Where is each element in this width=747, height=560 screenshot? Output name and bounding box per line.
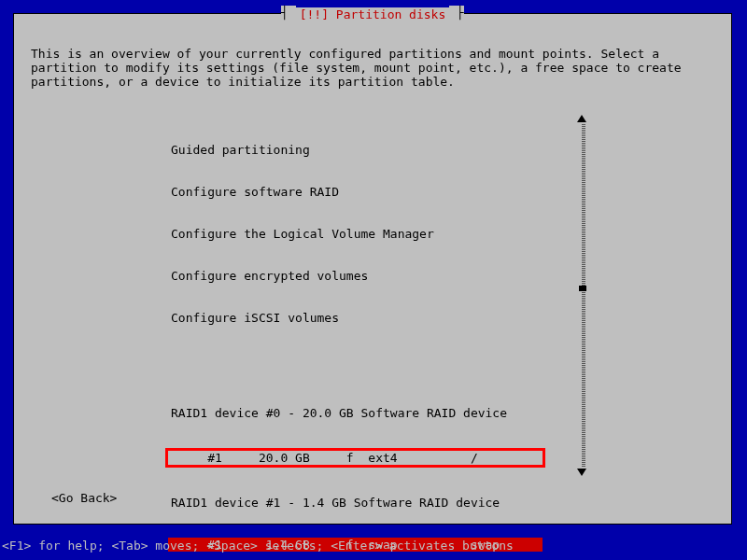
title-dash-right: ├ — [449, 6, 464, 20]
dialog-title: [!!] Partition disks — [296, 7, 450, 21]
scrollbar[interactable] — [578, 115, 585, 476]
menu-lvm[interactable]: Configure the Logical Volume Manager — [171, 227, 572, 241]
menu-encrypted[interactable]: Configure encrypted volumes — [171, 269, 572, 283]
raid0-partition-1-highlighted[interactable]: #1 20.0 GB f ext4 / — [165, 448, 545, 468]
scrollbar-thumb[interactable] — [579, 286, 586, 291]
title-row: ┤ [!!] Partition disks ├ — [14, 6, 731, 20]
partition-list[interactable]: Guided partitioning Configure software R… — [171, 115, 572, 560]
scrollbar-track[interactable] — [582, 124, 585, 467]
help-bar: <F1> for help; <Tab> moves; <Space> sele… — [0, 539, 747, 553]
menu-iscsi[interactable]: Configure iSCSI volumes — [171, 311, 572, 325]
spacer — [171, 353, 572, 364]
go-back-button[interactable]: <Go Back> — [51, 491, 117, 505]
raid0-p1-text: #1 20.0 GB f ext4 / — [171, 451, 478, 465]
raid0-header[interactable]: RAID1 device #0 - 20.0 GB Software RAID … — [171, 406, 572, 420]
scroll-down-icon[interactable] — [577, 469, 586, 476]
title-dash-left: ┤ — [281, 6, 296, 20]
intro-text: This is an overview of your currently co… — [31, 47, 714, 89]
partition-dialog: ┤ [!!] Partition disks ├ This is an over… — [13, 13, 732, 525]
menu-raid[interactable]: Configure software RAID — [171, 185, 572, 199]
menu-guided[interactable]: Guided partitioning — [171, 143, 572, 157]
installer-screen: ┤ [!!] Partition disks ├ This is an over… — [0, 0, 747, 560]
raid1-header[interactable]: RAID1 device #1 - 1.4 GB Software RAID d… — [171, 496, 572, 510]
scroll-up-icon[interactable] — [577, 115, 586, 122]
